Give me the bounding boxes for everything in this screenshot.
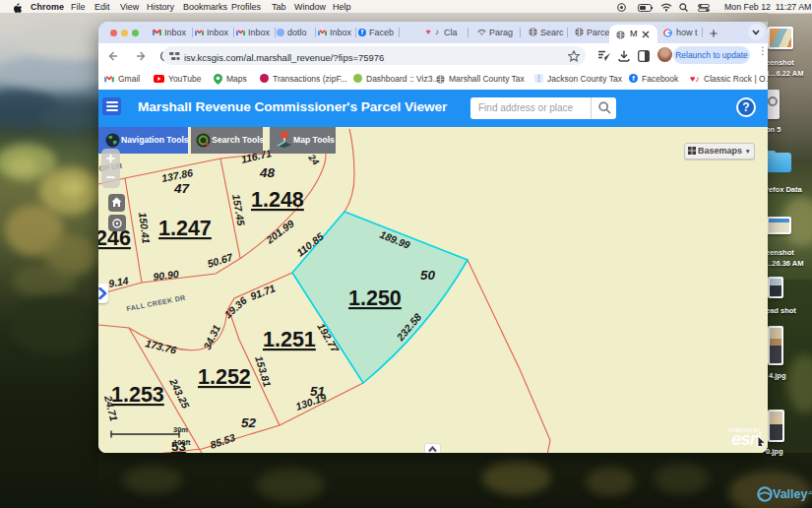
- svg-text:1.250: 1.250: [348, 286, 402, 310]
- svg-text:48: 48: [259, 165, 276, 180]
- svg-text:153.81: 153.81: [253, 354, 274, 388]
- svg-text:30m: 30m: [173, 425, 188, 434]
- svg-text:201.99: 201.99: [263, 218, 296, 247]
- svg-text:50: 50: [420, 268, 436, 283]
- svg-text:1.252: 1.252: [198, 365, 251, 389]
- svg-text:173.76: 173.76: [145, 337, 178, 355]
- svg-text:52: 52: [241, 415, 257, 430]
- svg-text:1.251: 1.251: [263, 328, 316, 351]
- svg-text:91.71: 91.71: [248, 282, 277, 302]
- svg-text:1.248: 1.248: [251, 188, 304, 212]
- svg-text:1.253: 1.253: [111, 383, 164, 407]
- svg-text:85.53: 85.53: [209, 431, 237, 451]
- svg-text:100ft: 100ft: [173, 438, 191, 447]
- svg-text:19.36: 19.36: [221, 294, 249, 321]
- svg-text:1.247: 1.247: [158, 217, 212, 240]
- svg-text:243.25: 243.25: [167, 376, 192, 411]
- svg-text:FALL CREEK DR: FALL CREEK DR: [126, 293, 186, 312]
- svg-text:90.90: 90.90: [153, 268, 180, 283]
- svg-text:24: 24: [306, 152, 322, 167]
- svg-text:47: 47: [173, 181, 191, 196]
- svg-text:150.41: 150.41: [137, 212, 153, 244]
- svg-text:50.67: 50.67: [206, 250, 235, 269]
